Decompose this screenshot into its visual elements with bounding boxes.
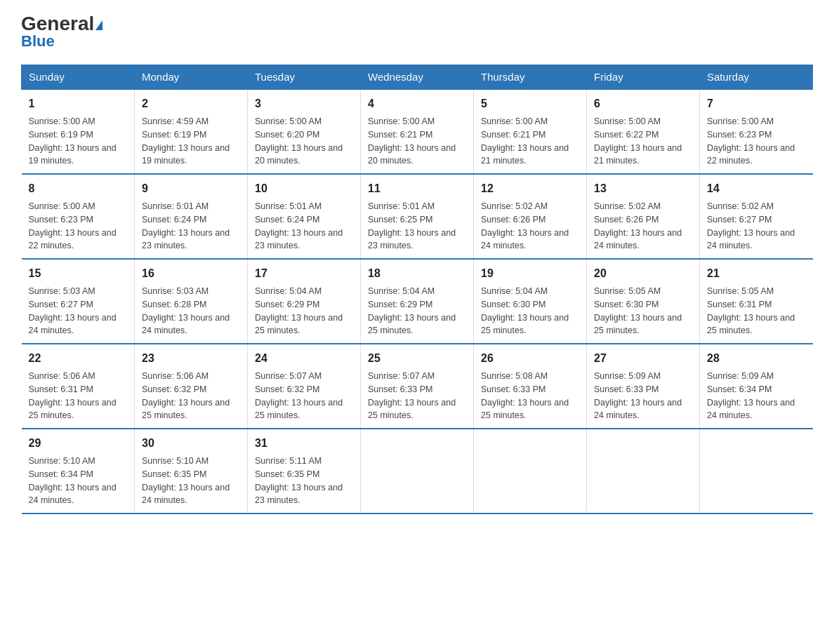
day-number: 28 — [707, 350, 806, 367]
day-number: 27 — [594, 350, 692, 367]
day-number: 12 — [481, 180, 579, 197]
day-info: Sunrise: 5:04 AMSunset: 6:29 PMDaylight:… — [255, 286, 343, 335]
day-info: Sunrise: 5:02 AMSunset: 6:26 PMDaylight:… — [481, 201, 569, 250]
day-info: Sunrise: 5:05 AMSunset: 6:30 PMDaylight:… — [594, 286, 682, 335]
calendar-cell: 18Sunrise: 5:04 AMSunset: 6:29 PMDayligh… — [361, 259, 474, 344]
weekday-header-tuesday: Tuesday — [248, 65, 361, 90]
calendar-cell: 5Sunrise: 5:00 AMSunset: 6:21 PMDaylight… — [474, 89, 587, 174]
calendar-cell: 13Sunrise: 5:02 AMSunset: 6:26 PMDayligh… — [587, 174, 700, 259]
calendar-cell: 24Sunrise: 5:07 AMSunset: 6:32 PMDayligh… — [248, 344, 361, 429]
weekday-header-wednesday: Wednesday — [361, 65, 474, 90]
day-info: Sunrise: 5:05 AMSunset: 6:31 PMDaylight:… — [707, 286, 795, 335]
calendar-cell: 19Sunrise: 5:04 AMSunset: 6:30 PMDayligh… — [474, 259, 587, 344]
calendar-week-row: 22Sunrise: 5:06 AMSunset: 6:31 PMDayligh… — [22, 344, 813, 429]
day-number: 17 — [255, 265, 353, 282]
day-number: 9 — [142, 180, 240, 197]
day-info: Sunrise: 5:03 AMSunset: 6:28 PMDaylight:… — [142, 286, 230, 335]
day-info: Sunrise: 5:09 AMSunset: 6:33 PMDaylight:… — [594, 371, 682, 420]
calendar-cell: 29Sunrise: 5:10 AMSunset: 6:34 PMDayligh… — [22, 429, 135, 514]
day-info: Sunrise: 5:01 AMSunset: 6:24 PMDaylight:… — [142, 201, 230, 250]
day-number: 30 — [142, 435, 240, 452]
day-info: Sunrise: 5:02 AMSunset: 6:26 PMDaylight:… — [594, 201, 682, 250]
day-number: 25 — [368, 350, 466, 367]
day-number: 29 — [29, 435, 128, 452]
day-info: Sunrise: 5:06 AMSunset: 6:32 PMDaylight:… — [142, 371, 230, 420]
day-info: Sunrise: 5:11 AMSunset: 6:35 PMDaylight:… — [255, 456, 343, 505]
calendar-week-row: 29Sunrise: 5:10 AMSunset: 6:34 PMDayligh… — [22, 429, 813, 514]
weekday-header-friday: Friday — [587, 65, 700, 90]
weekday-header-monday: Monday — [135, 65, 248, 90]
day-info: Sunrise: 5:02 AMSunset: 6:27 PMDaylight:… — [707, 201, 795, 250]
calendar-cell: 7Sunrise: 5:00 AMSunset: 6:23 PMDaylight… — [700, 89, 813, 174]
day-info: Sunrise: 5:00 AMSunset: 6:20 PMDaylight:… — [255, 116, 343, 166]
calendar-cell: 12Sunrise: 5:02 AMSunset: 6:26 PMDayligh… — [474, 174, 587, 259]
calendar-cell — [700, 429, 813, 514]
day-number: 15 — [29, 265, 128, 282]
calendar-week-row: 15Sunrise: 5:03 AMSunset: 6:27 PMDayligh… — [22, 259, 813, 344]
calendar-cell: 11Sunrise: 5:01 AMSunset: 6:25 PMDayligh… — [361, 174, 474, 259]
calendar-cell: 8Sunrise: 5:00 AMSunset: 6:23 PMDaylight… — [22, 174, 135, 259]
calendar-cell — [474, 429, 587, 514]
day-number: 1 — [29, 95, 128, 112]
day-number: 5 — [481, 95, 579, 112]
day-number: 22 — [29, 350, 128, 367]
day-info: Sunrise: 4:59 AMSunset: 6:19 PMDaylight:… — [142, 116, 230, 166]
day-number: 24 — [255, 350, 353, 367]
logo-blue-text: Blue — [21, 32, 55, 51]
calendar-cell: 16Sunrise: 5:03 AMSunset: 6:28 PMDayligh… — [135, 259, 248, 344]
day-info: Sunrise: 5:09 AMSunset: 6:34 PMDaylight:… — [707, 371, 795, 420]
day-number: 13 — [594, 180, 692, 197]
day-info: Sunrise: 5:04 AMSunset: 6:29 PMDaylight:… — [368, 286, 456, 335]
day-number: 7 — [707, 95, 806, 112]
weekday-header-row: SundayMondayTuesdayWednesdayThursdayFrid… — [22, 65, 813, 90]
calendar-cell: 1Sunrise: 5:00 AMSunset: 6:19 PMDaylight… — [22, 89, 135, 174]
calendar-cell — [587, 429, 700, 514]
day-info: Sunrise: 5:10 AMSunset: 6:34 PMDaylight:… — [29, 456, 117, 505]
day-number: 10 — [255, 180, 353, 197]
day-number: 8 — [29, 180, 128, 197]
calendar-cell: 22Sunrise: 5:06 AMSunset: 6:31 PMDayligh… — [22, 344, 135, 429]
calendar-cell: 4Sunrise: 5:00 AMSunset: 6:21 PMDaylight… — [361, 89, 474, 174]
day-number: 16 — [142, 265, 240, 282]
calendar-cell: 15Sunrise: 5:03 AMSunset: 6:27 PMDayligh… — [22, 259, 135, 344]
day-info: Sunrise: 5:07 AMSunset: 6:32 PMDaylight:… — [255, 371, 343, 420]
calendar-cell: 10Sunrise: 5:01 AMSunset: 6:24 PMDayligh… — [248, 174, 361, 259]
calendar-cell: 26Sunrise: 5:08 AMSunset: 6:33 PMDayligh… — [474, 344, 587, 429]
day-number: 11 — [368, 180, 466, 197]
day-info: Sunrise: 5:10 AMSunset: 6:35 PMDaylight:… — [142, 456, 230, 505]
day-number: 19 — [481, 265, 579, 282]
calendar-cell: 14Sunrise: 5:02 AMSunset: 6:27 PMDayligh… — [700, 174, 813, 259]
weekday-header-sunday: Sunday — [22, 65, 135, 90]
day-info: Sunrise: 5:00 AMSunset: 6:21 PMDaylight:… — [481, 116, 569, 166]
calendar-cell: 2Sunrise: 4:59 AMSunset: 6:19 PMDaylight… — [135, 89, 248, 174]
calendar-cell — [361, 429, 474, 514]
calendar-cell: 21Sunrise: 5:05 AMSunset: 6:31 PMDayligh… — [700, 259, 813, 344]
weekday-header-thursday: Thursday — [474, 65, 587, 90]
calendar-cell: 28Sunrise: 5:09 AMSunset: 6:34 PMDayligh… — [700, 344, 813, 429]
day-info: Sunrise: 5:00 AMSunset: 6:19 PMDaylight:… — [29, 116, 117, 166]
day-number: 18 — [368, 265, 466, 282]
day-number: 31 — [255, 435, 353, 452]
day-info: Sunrise: 5:08 AMSunset: 6:33 PMDaylight:… — [481, 371, 569, 420]
day-info: Sunrise: 5:00 AMSunset: 6:23 PMDaylight:… — [707, 116, 795, 166]
calendar-cell: 31Sunrise: 5:11 AMSunset: 6:35 PMDayligh… — [248, 429, 361, 514]
weekday-header-saturday: Saturday — [700, 65, 813, 90]
day-info: Sunrise: 5:00 AMSunset: 6:22 PMDaylight:… — [594, 116, 682, 166]
day-number: 20 — [594, 265, 692, 282]
calendar-cell: 20Sunrise: 5:05 AMSunset: 6:30 PMDayligh… — [587, 259, 700, 344]
calendar-cell: 6Sunrise: 5:00 AMSunset: 6:22 PMDaylight… — [587, 89, 700, 174]
calendar-cell: 30Sunrise: 5:10 AMSunset: 6:35 PMDayligh… — [135, 429, 248, 514]
day-info: Sunrise: 5:04 AMSunset: 6:30 PMDaylight:… — [481, 286, 569, 335]
day-number: 3 — [255, 95, 353, 112]
day-info: Sunrise: 5:01 AMSunset: 6:24 PMDaylight:… — [255, 201, 343, 250]
day-info: Sunrise: 5:07 AMSunset: 6:33 PMDaylight:… — [368, 371, 456, 420]
calendar-week-row: 1Sunrise: 5:00 AMSunset: 6:19 PMDaylight… — [22, 89, 813, 174]
calendar-cell: 17Sunrise: 5:04 AMSunset: 6:29 PMDayligh… — [248, 259, 361, 344]
logo: General Blue — [21, 14, 102, 51]
calendar-cell: 25Sunrise: 5:07 AMSunset: 6:33 PMDayligh… — [361, 344, 474, 429]
day-info: Sunrise: 5:06 AMSunset: 6:31 PMDaylight:… — [29, 371, 117, 420]
calendar-week-row: 8Sunrise: 5:00 AMSunset: 6:23 PMDaylight… — [22, 174, 813, 259]
day-number: 26 — [481, 350, 579, 367]
day-info: Sunrise: 5:00 AMSunset: 6:21 PMDaylight:… — [368, 116, 456, 166]
calendar-cell: 3Sunrise: 5:00 AMSunset: 6:20 PMDaylight… — [248, 89, 361, 174]
